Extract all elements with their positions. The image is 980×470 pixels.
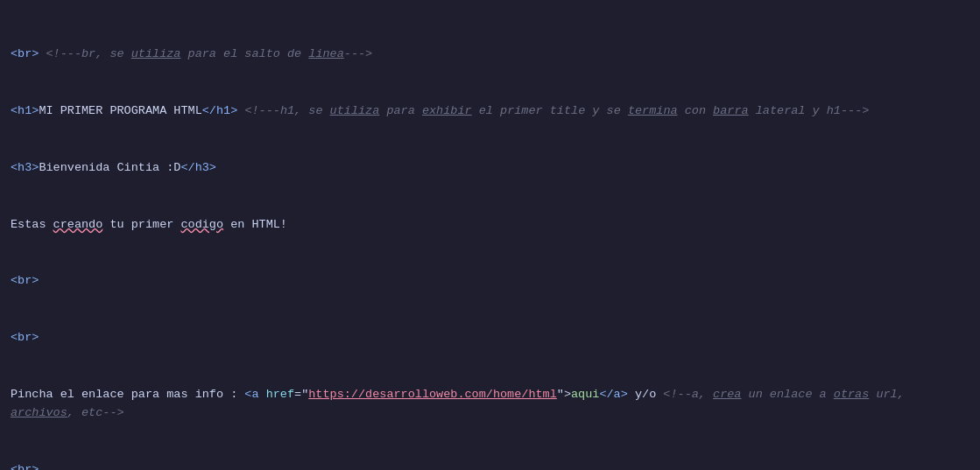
line-8: <br> <box>11 460 969 470</box>
line-5: <br> <box>11 271 969 291</box>
line-6: <br> <box>11 328 969 347</box>
code-editor: <br> <!---br, se utiliza para el salto d… <box>11 7 969 470</box>
line-4: Estas creando tu primer codigo en HTML! <box>11 215 969 235</box>
line-7: Pincha el enlace para mas info : <a href… <box>11 385 969 423</box>
line-2: <h1>MI PRIMER PROGRAMA HTML</h1> <!---h1… <box>11 102 969 121</box>
line-3: <h3>Bienvenida Cintia :D</h3> <box>11 158 969 178</box>
line-1: <br> <!---br, se utiliza para el salto d… <box>11 45 969 64</box>
